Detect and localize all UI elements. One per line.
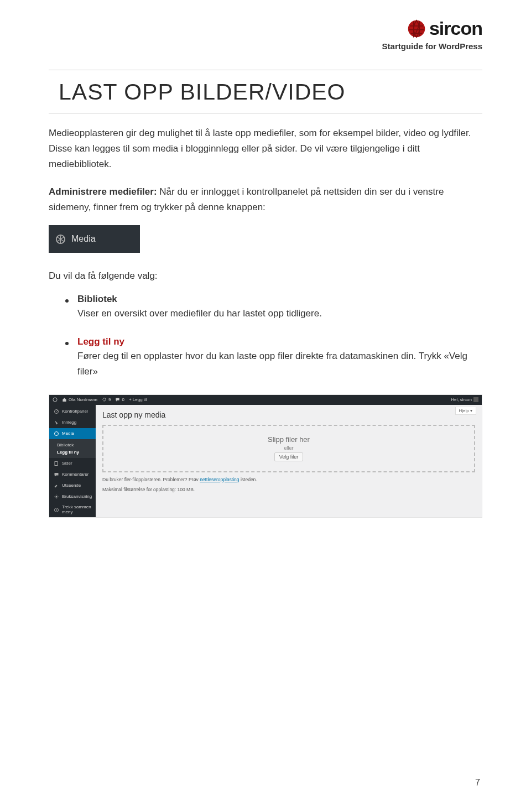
sidebar-label: Sider	[62, 461, 72, 466]
media-icon	[54, 431, 59, 436]
svg-rect-3	[473, 397, 478, 402]
choice-item: Bibliotek Viser en oversikt over mediefi…	[65, 294, 482, 321]
sidebar-label: Trekk sammen meny	[62, 505, 91, 515]
wp-add-new[interactable]: + Legg til	[129, 397, 147, 402]
choice-title: Legg til ny	[77, 336, 124, 347]
avatar-icon	[473, 397, 478, 402]
page-icon	[54, 461, 59, 466]
sidebar-item-kommentarer[interactable]: Kommentarer	[49, 469, 96, 480]
dashboard-icon	[54, 409, 59, 414]
admin-bold: Administrere mediefiler:	[49, 186, 157, 197]
wp-updates[interactable]: 9	[102, 397, 111, 402]
choices-list: Bibliotek Viser en oversikt over mediefi…	[65, 294, 482, 379]
bullet-icon	[65, 299, 69, 303]
wp-updates-count: 9	[108, 397, 111, 402]
sidebar-label: Media	[62, 431, 74, 436]
uploader-note-1: Du bruker fler-filopplasteren. Problemer…	[102, 477, 475, 482]
brand-wordmark: sircon	[429, 18, 482, 39]
wp-site-name: Ola Nordmann	[69, 397, 97, 402]
choice-title: Bibliotek	[77, 294, 117, 305]
page-number: 7	[475, 778, 480, 788]
upload-heading: Last opp ny media	[102, 410, 475, 419]
wp-admin-bar: Ola Nordmann 9 0 + Legg til Hei, sircon	[49, 395, 482, 405]
wp-main-content: Hjelp ▾ Last opp ny media Slipp filer he…	[96, 405, 482, 518]
choice-item: Legg til ny Fører deg til en opplaster h…	[65, 336, 482, 378]
page-title: LAST OPP BILDER/VIDEO	[59, 79, 482, 105]
pin-icon	[54, 420, 59, 425]
svg-point-0	[408, 20, 425, 37]
wp-greeting[interactable]: Hei, sircon	[451, 397, 478, 402]
media-menu-button[interactable]: Media	[49, 225, 140, 253]
choice-desc: Viser en oversikt over mediefiler du har…	[77, 306, 482, 321]
svg-rect-6	[55, 461, 58, 465]
sidebar-label: Bruksanvisning	[62, 494, 92, 499]
svg-point-2	[53, 398, 57, 402]
wp-comments[interactable]: 0	[115, 397, 124, 402]
browser-upload-link[interactable]: nettleseropplasting	[200, 477, 239, 482]
sidebar-sub-bibliotek[interactable]: Bibliotek	[57, 441, 96, 449]
svg-point-5	[55, 431, 59, 435]
svg-point-7	[56, 496, 58, 497]
sidebar-item-kontrollpanel[interactable]: Kontrollpanel	[49, 406, 96, 417]
media-icon	[55, 234, 66, 244]
svg-point-8	[55, 508, 59, 512]
uploader-note-2: Maksimal filstørrelse for opplasting: 10…	[102, 487, 475, 492]
sidebar-sub-leggtilny[interactable]: Legg til ny	[57, 449, 96, 456]
appearance-icon	[54, 483, 59, 488]
sidebar-item-media[interactable]: Media	[49, 428, 96, 439]
wp-sidebar: Kontrollpanel Innlegg Media Bibliotek Le…	[49, 405, 96, 518]
bullet-icon	[65, 342, 69, 345]
wp-site-home[interactable]: Ola Nordmann	[62, 397, 97, 402]
sidebar-label: Kommentarer	[62, 472, 88, 477]
rule-bottom	[49, 113, 482, 113]
header-subtitle: Startguide for WordPress	[49, 41, 482, 51]
globe-icon	[407, 19, 426, 38]
help-tab[interactable]: Hjelp ▾	[455, 407, 476, 415]
wp-logo-icon[interactable]	[53, 397, 58, 402]
wordpress-upload-screenshot: Ola Nordmann 9 0 + Legg til Hei, sircon	[49, 394, 482, 518]
choose-files-button[interactable]: Velg filer	[274, 452, 304, 461]
intro-paragraph: Medieopplasteren gir deg mulighet til å …	[49, 126, 482, 172]
brand-logo: sircon	[407, 18, 482, 39]
choice-desc: Fører deg til en opplaster hvor du kan l…	[77, 348, 482, 378]
gear-icon	[54, 494, 59, 499]
sidebar-label: Kontrollpanel	[62, 409, 88, 414]
sidebar-item-innlegg[interactable]: Innlegg	[49, 417, 96, 428]
sidebar-label: Innlegg	[62, 420, 76, 425]
comment-icon	[54, 472, 59, 477]
collapse-icon	[54, 507, 59, 513]
sidebar-item-utseende[interactable]: Utseende	[49, 480, 96, 491]
header-logo-row: sircon	[49, 18, 482, 39]
admin-paragraph: Administrere mediefiler: Når du er innlo…	[49, 184, 482, 215]
upload-dropzone[interactable]: Slipp filer her eller Velg filer	[102, 425, 475, 472]
rule-top	[49, 70, 482, 70]
wp-comments-count: 0	[122, 397, 124, 402]
sidebar-label: Utseende	[62, 483, 81, 488]
dropzone-main-text: Slipp filer her	[268, 435, 310, 444]
dropzone-or-text: eller	[284, 445, 293, 451]
sidebar-submenu-media: Bibliotek Legg til ny	[49, 439, 96, 458]
sidebar-item-collapse[interactable]: Trekk sammen meny	[49, 502, 96, 518]
followup-text: Du vil da få følgende valg:	[49, 270, 482, 282]
sidebar-item-sider[interactable]: Sider	[49, 458, 96, 469]
sidebar-item-bruksanvisning[interactable]: Bruksanvisning	[49, 491, 96, 502]
media-menu-label: Media	[71, 234, 96, 244]
